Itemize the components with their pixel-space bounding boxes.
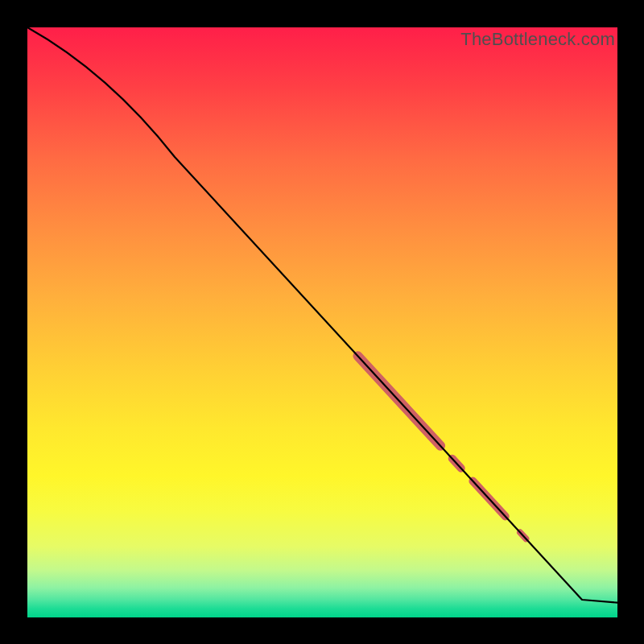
chart-stage: TheBottleneck.com [0,0,644,644]
overlay-svg [27,27,617,617]
main-curve [27,27,617,603]
